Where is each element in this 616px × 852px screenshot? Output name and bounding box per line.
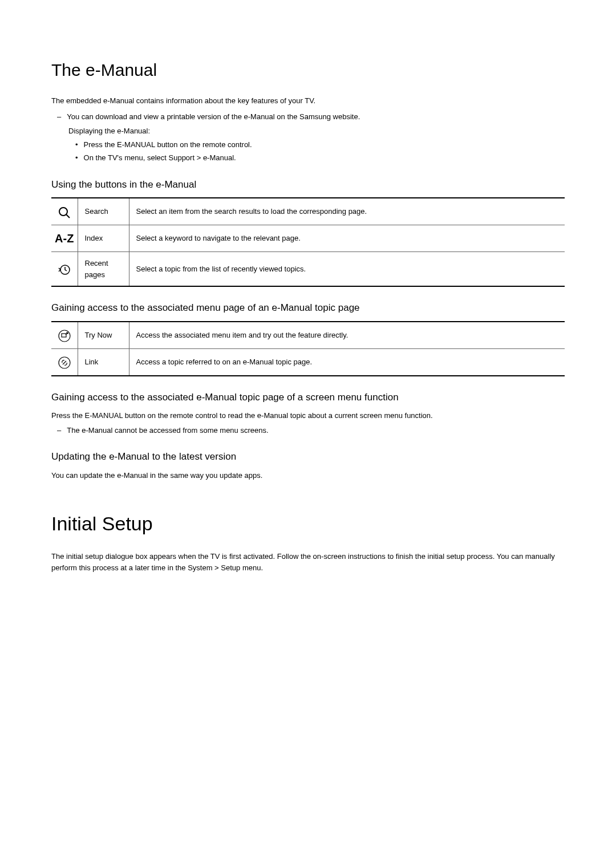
trynow-label: Try Now bbox=[78, 322, 129, 349]
recent-label: Recent pages bbox=[78, 252, 129, 287]
bullet2-gt: > bbox=[194, 153, 203, 162]
svg-line-1 bbox=[66, 214, 70, 218]
p6-gt: > bbox=[213, 563, 221, 572]
initial-setup-text: The initial setup dialogue box appears w… bbox=[51, 551, 565, 573]
table-row: A-Z Index Select a keyword to navigate t… bbox=[51, 225, 565, 252]
p6-post: menu. bbox=[240, 563, 263, 572]
section-title-emanual: The e-Manual bbox=[51, 57, 565, 83]
emanual-button-ref-2: E-MANUAL bbox=[85, 411, 123, 420]
search-desc: Select an item from the search results t… bbox=[129, 198, 565, 225]
table-row: Recent pages Select a topic from the lis… bbox=[51, 252, 565, 287]
p4-pre: Press the bbox=[51, 411, 85, 420]
bullet1-pre: Press the bbox=[84, 140, 117, 149]
heading-updating: Updating the e-Manual to the latest vers… bbox=[51, 449, 565, 464]
bullet2-dot: . bbox=[234, 153, 236, 162]
press-emanual-text: Press the E-MANUAL button on the remote … bbox=[51, 410, 565, 421]
search-label: Search bbox=[78, 198, 129, 225]
search-icon bbox=[51, 198, 78, 225]
heading-using-buttons: Using the buttons in the e-Manual bbox=[51, 177, 565, 192]
section-title-initial-setup: Initial Setup bbox=[51, 509, 565, 538]
bullet-menu-select: On the TV's menu, select Support > e-Man… bbox=[75, 152, 565, 164]
p4-post: button on the remote control to read the… bbox=[123, 411, 432, 420]
displaying-emanual-label: Displaying the e-Manual: bbox=[68, 125, 565, 137]
bullet2-pre: On the TV's menu, select bbox=[84, 153, 169, 162]
updating-text: You can update the e-Manual in the same … bbox=[51, 470, 565, 481]
link-label: Link bbox=[78, 348, 129, 376]
menu-emanual: e-Manual bbox=[203, 153, 234, 162]
bullet-press-emanual: Press the E-MANUAL button on the remote … bbox=[75, 139, 565, 151]
trynow-icon bbox=[51, 322, 78, 349]
heading-gaining-access-emanual: Gaining access to the associated e-Manua… bbox=[51, 390, 565, 405]
link-icon bbox=[51, 348, 78, 376]
p6-pre: The initial setup dialogue box appears w… bbox=[51, 552, 555, 572]
recent-icon bbox=[51, 252, 78, 287]
menu-support: Support bbox=[169, 153, 195, 162]
svg-point-3 bbox=[59, 330, 70, 342]
trynow-desc: Access the associated menu item and try … bbox=[129, 322, 565, 349]
table-row: Try Now Access the associated menu item … bbox=[51, 322, 565, 349]
svg-rect-4 bbox=[62, 334, 66, 337]
index-desc: Select a keyword to navigate to the rele… bbox=[129, 225, 565, 252]
emanual-button-ref: E-MANUAL bbox=[117, 140, 155, 149]
note-download-text: You can download and view a printable ve… bbox=[67, 111, 360, 123]
note-cannot-access: The e-Manual cannot be accessed from som… bbox=[57, 425, 565, 436]
note-download: You can download and view a printable ve… bbox=[57, 111, 565, 123]
buttons-table: Search Select an item from the search re… bbox=[51, 197, 565, 287]
access-table: Try Now Access the associated menu item … bbox=[51, 321, 565, 376]
menu-system: System bbox=[188, 563, 212, 572]
index-icon: A-Z bbox=[51, 225, 78, 252]
menu-setup: Setup bbox=[221, 563, 240, 572]
heading-gaining-access-menu: Gaining access to the associated menu pa… bbox=[51, 301, 565, 315]
note-cannot-access-text: The e-Manual cannot be accessed from som… bbox=[67, 425, 268, 436]
emanual-intro: The embedded e-Manual contains informati… bbox=[51, 95, 565, 107]
table-row: Link Access a topic referred to on an e-… bbox=[51, 348, 565, 376]
index-label: Index bbox=[78, 225, 129, 252]
link-desc: Access a topic referred to on an e-Manua… bbox=[129, 348, 565, 376]
svg-point-0 bbox=[59, 208, 67, 216]
bullet1-post: button on the remote control. bbox=[155, 140, 252, 149]
recent-desc: Select a topic from the list of recently… bbox=[129, 252, 565, 287]
table-row: Search Select an item from the search re… bbox=[51, 198, 565, 225]
